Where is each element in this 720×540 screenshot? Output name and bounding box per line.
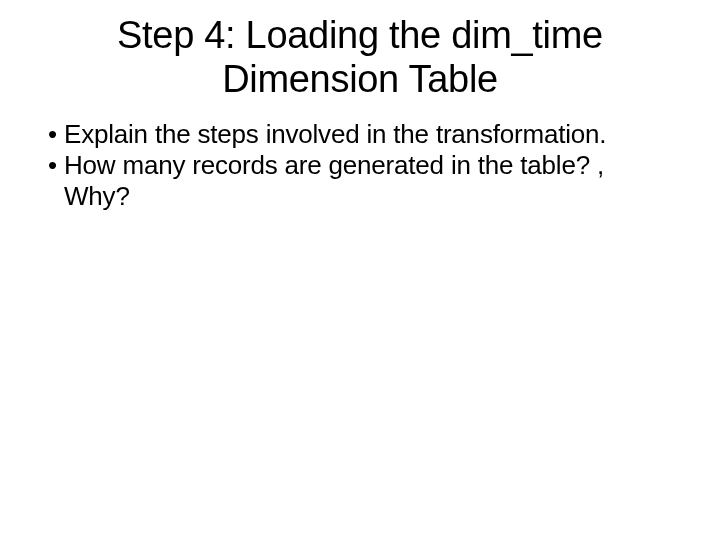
slide: Step 4: Loading the dim_time Dimension T… — [0, 0, 720, 540]
slide-title: Step 4: Loading the dim_time Dimension T… — [48, 14, 672, 101]
list-item: Explain the steps involved in the transf… — [48, 119, 672, 150]
bullet-list: Explain the steps involved in the transf… — [48, 119, 672, 211]
list-item: How many records are generated in the ta… — [48, 150, 672, 211]
